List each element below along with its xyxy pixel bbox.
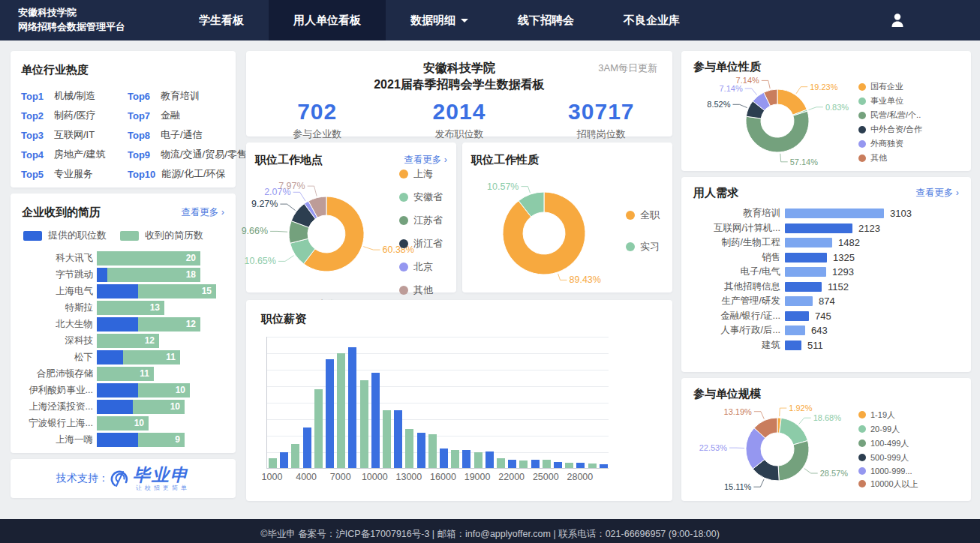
nav-menu: 学生看板用人单位看板数据明细线下招聘会不良企业库 [174,0,705,40]
resumes-segment: 12 [97,334,159,348]
stat-companies-value: 702 [246,99,388,124]
legend-item[interactable]: 收到的简历数 [120,229,203,242]
legend-dot-icon [858,467,866,475]
demand-category-label: 生产管理/研发 [693,295,780,308]
demand-bar [785,340,801,350]
legend-item[interactable]: 10000人以上 [858,478,918,490]
pie-percent-label: 7.97% [278,181,305,191]
legend-item[interactable]: 事业单位 [858,95,922,106]
industry-rank-item: Top7金融 [128,106,247,125]
legend-dot-icon [858,454,866,461]
histogram-bar [348,347,356,468]
resumes-segment: 11 [97,367,154,381]
salary-title: 职位薪资 [261,312,657,326]
legend-item[interactable]: 北京 [399,260,443,274]
resumes-segment: 13 [97,301,164,315]
demand-bar [785,267,826,277]
legend-item[interactable]: 江苏省 [399,214,443,227]
x-axis-tick-label: 13000 [396,472,422,482]
nav-item-student-dashboard[interactable]: 学生看板 [174,0,269,40]
legend-label: 1-19人 [870,410,895,421]
legend-item[interactable]: 20-99人 [858,424,918,435]
salary-x-axis: 1000400070001000013000160001900022000250… [266,469,657,484]
histogram-bar [417,433,425,468]
legend-dot-icon [858,411,866,418]
industry-label: 能源/化工/环保 [161,167,225,181]
industry-rank: Top3 [21,130,48,141]
legend-item[interactable]: 民营/私营/个.. [858,110,922,121]
job-nature-pie-chart: 89.43%10.57% [471,175,618,287]
demand-more-link[interactable]: 查看更多 › [915,187,959,200]
nav-item-employer-dashboard[interactable]: 用人单位看板 [269,0,386,40]
center-column: 3AM每日更新 安徽科技学院 2021届春季招聘会学生数据看板 702 参与企业… [246,51,672,507]
demand-bar [785,253,827,262]
legend-dot-icon [399,286,408,295]
pie-percent-label: 9.66% [242,226,268,236]
legend-item[interactable]: 其他 [399,284,443,297]
page-footer: ©毕业申 备案号：沪ICP备17007916号-3 | 邮箱：info@appl… [0,519,980,543]
job-location-more-link[interactable]: 查看更多 › [404,154,447,166]
legend-item[interactable]: 国有企业 [858,81,922,92]
resumes-segment: 18 [107,268,200,282]
stacked-bar: 10 [97,400,185,414]
legend-dot-icon [399,216,408,225]
legend-item[interactable]: 安徽省 [399,190,443,204]
legend-item[interactable]: 其他 [858,152,922,164]
legend-label: 外商独资 [870,138,903,149]
industry-rank: Top1 [21,91,48,102]
legend-dot-icon [858,83,866,91]
resume-bar-row: 合肥沛顿存储11 [22,365,224,382]
legend-item[interactable]: 1000-999... [858,466,918,476]
company-resumes-more-link[interactable]: 查看更多 › [181,206,224,219]
histogram-bar [269,458,277,468]
user-avatar-icon[interactable] [888,11,906,29]
legend-dot-icon [858,440,866,447]
industry-rank-item: Top10能源/化工/环保 [128,164,247,184]
legend-item[interactable]: 上海 [399,167,443,181]
industry-rank-item: Top5专业服务 [21,164,128,184]
industry-label: 互联网/IT [54,128,95,142]
stat-positions-label: 发布职位数 [388,128,530,141]
legend-item[interactable]: 中外合资/合作 [858,124,922,135]
industry-rank-item: Top6教育培训 [128,86,247,106]
industry-heat-card: 单位行业热度 Top1机械/制造Top2制药/医疗Top3互联网/ITTop4房… [11,51,236,188]
resume-bar-row: 上海电气15 [22,283,224,299]
pie-label-leader [745,88,757,95]
legend-item[interactable]: 浙江省 [399,237,443,250]
legend-item[interactable]: 100-499人 [858,438,918,449]
pie-label-leader [799,418,811,424]
legend-item[interactable]: 实习 [626,240,660,254]
byecareer-wordmark: 毕业申 让校招更简单 [133,466,190,491]
x-axis-tick-label: 19000 [464,472,491,482]
summary-card: 3AM每日更新 安徽科技学院 2021届春季招聘会学生数据看板 702 参与企业… [246,51,672,136]
stacked-bar: 10 [97,383,190,398]
legend-item[interactable]: 提供的职位数 [23,229,107,242]
demand-category-label: 制药/生物工程 [693,236,780,249]
legend-item[interactable]: 全职 [626,208,660,222]
legend-dot-icon [399,262,408,272]
legend-item[interactable]: 500-999人 [858,452,918,464]
pie-percent-label: 8.52% [707,100,730,109]
pie-label-leader [804,469,818,473]
legend-dot-icon [858,126,866,134]
industry-rank: Top5 [21,169,48,180]
legend-item[interactable]: 外商独资 [858,138,922,149]
legend-label: 北京 [413,260,433,274]
demand-category-label: 销售 [693,251,780,264]
salary-plot-area [266,337,609,469]
nav-item-label: 数据明细 [410,14,455,28]
job-location-legend: 上海安徽省江苏省浙江省北京其他 [399,167,443,297]
stacked-bar: 18 [97,268,200,282]
nav-item-data-detail[interactable]: 数据明细 [386,0,493,40]
legend-label: 20-99人 [870,424,900,435]
legend-dot-icon [858,112,866,119]
legend-item[interactable]: 1-19人 [858,410,918,421]
x-axis-tick-label: 4000 [296,472,317,482]
legend-label: 安徽省 [413,190,443,204]
demand-value-label: 874 [819,296,835,307]
legend-label: 收到的简历数 [145,229,203,242]
legend-dot-icon [399,193,408,202]
nav-item-offline-job-fair[interactable]: 线下招聘会 [493,0,599,40]
company-name-label: 上海泾溪投资... [22,400,97,413]
nav-item-bad-company-db[interactable]: 不良企业库 [599,0,705,40]
